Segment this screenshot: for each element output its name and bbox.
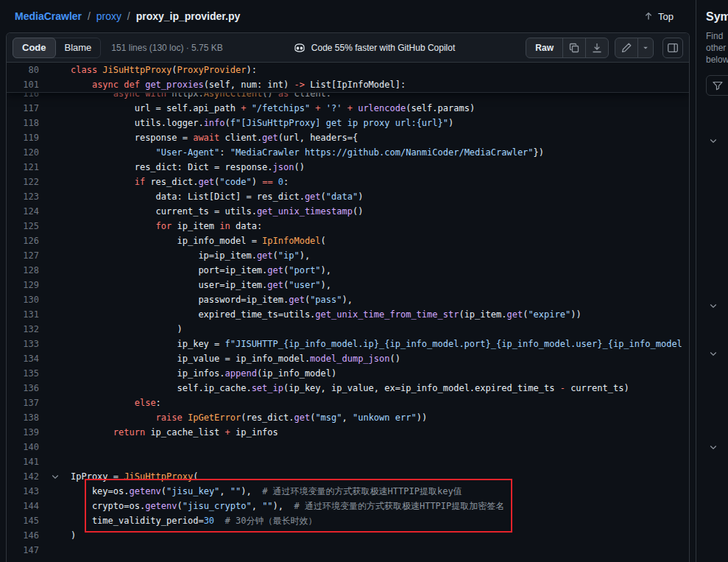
code-text: async def get_proxies(self, num: int) ->… [71, 77, 406, 92]
toolbar-actions: Raw [526, 38, 683, 58]
line-number[interactable]: 147 [7, 543, 39, 558]
filter-icon [712, 80, 724, 91]
symbols-panel-description: Find other below [706, 30, 728, 66]
code-line: 123 data: List[Dict] = res_dict.get("dat… [7, 189, 689, 204]
code-text: key=os.getenv("jisu_key", ""), # 通过环境变量的… [71, 484, 462, 499]
code-text: response = await client.get(url, headers… [71, 130, 358, 145]
symbols-filter-input[interactable] [706, 75, 728, 96]
line-gutter [39, 440, 71, 454]
raw-button-group: Raw [526, 38, 609, 58]
line-number[interactable]: 80 [7, 63, 39, 77]
line-gutter [39, 337, 71, 351]
line-gutter [39, 410, 71, 425]
code-line: 135 ip_infos.append(ip_info_model) [7, 366, 689, 381]
line-number[interactable]: 122 [7, 175, 39, 189]
code-text: current_ts = utils.get_unix_timestamp() [71, 204, 363, 219]
symbols-panel-button[interactable] [662, 38, 683, 58]
edit-dropdown-button[interactable] [637, 38, 654, 58]
chevron-down-icon [51, 472, 60, 481]
line-number[interactable]: 117 [7, 101, 39, 116]
line-number[interactable]: 142 [7, 469, 39, 484]
line-gutter [39, 499, 71, 513]
line-number[interactable]: 133 [7, 337, 39, 351]
line-number[interactable]: 119 [7, 130, 39, 145]
tab-code[interactable]: Code [13, 38, 56, 58]
breadcrumb-folder-link[interactable]: proxy [96, 10, 121, 22]
line-number[interactable]: 128 [7, 263, 39, 278]
breadcrumb-repo-link[interactable]: MediaCrawler [15, 10, 82, 22]
code-text: ip=ip_item.get("ip"), [71, 248, 310, 263]
line-number[interactable]: 124 [7, 204, 39, 219]
back-to-top-button[interactable]: Top [643, 11, 674, 22]
line-gutter [39, 189, 71, 204]
line-gutter [39, 248, 71, 263]
download-button[interactable] [585, 38, 609, 58]
line-number[interactable]: 121 [7, 160, 39, 175]
line-gutter [39, 484, 71, 499]
line-gutter [39, 233, 71, 248]
line-number[interactable]: 130 [7, 292, 39, 307]
code-line: 137 else: [7, 396, 689, 410]
line-number[interactable]: 137 [7, 396, 39, 410]
code-text: res_dict: Dict = response.json() [71, 160, 305, 175]
line-number[interactable]: 135 [7, 366, 39, 381]
code-line: 140 [7, 440, 689, 454]
line-number[interactable]: 145 [7, 513, 39, 528]
code-line: 80class JiSuHttpProxy(ProxyProvider): [7, 63, 689, 77]
line-number[interactable]: 131 [7, 307, 39, 322]
code-line: 120 "User-Agent": "MediaCrawler https://… [7, 145, 689, 160]
line-number[interactable]: 146 [7, 528, 39, 543]
line-number[interactable]: 126 [7, 233, 39, 248]
line-gutter [39, 63, 71, 77]
line-gutter [39, 396, 71, 410]
raw-button[interactable]: Raw [526, 38, 563, 58]
line-gutter [39, 204, 71, 219]
code-text: else: [71, 396, 161, 410]
file-header: MediaCrawler / proxy / proxy_ip_provider… [0, 0, 696, 32]
line-number[interactable]: 143 [7, 484, 39, 499]
line-number[interactable]: 123 [7, 189, 39, 204]
copy-button[interactable] [562, 38, 586, 58]
code-text: user=ip_item.get("user"), [71, 278, 331, 292]
breadcrumb-file-name: proxy_ip_provider.py [136, 10, 241, 22]
line-number[interactable]: 138 [7, 410, 39, 425]
file-info: 151 lines (130 loc) · 5.75 KB [111, 43, 222, 53]
file-box: Code Blame 151 lines (130 loc) · 5.75 KB… [6, 32, 690, 562]
line-gutter [39, 77, 71, 92]
symbols-panel: Sym Find other below [696, 0, 728, 562]
chevron-down-icon[interactable] [709, 301, 718, 310]
code-text: port=ip_item.get("port"), [71, 263, 331, 278]
line-number[interactable]: 127 [7, 248, 39, 263]
code-lines: 116 async with httpx.AsyncClient() as cl… [7, 63, 689, 558]
code-text: utils.logger.info(f"[JiSuHttpProxy] get … [71, 116, 453, 130]
chevron-down-icon[interactable] [709, 136, 718, 145]
line-gutter [39, 219, 71, 233]
line-number[interactable]: 101 [7, 77, 39, 92]
line-number[interactable]: 125 [7, 219, 39, 233]
code-line: 134 ip_value = ip_info_model.model_dump_… [7, 351, 689, 366]
line-number[interactable]: 140 [7, 440, 39, 454]
code-line: 130 password=ip_item.get("pass"), [7, 292, 689, 307]
pencil-icon [621, 42, 632, 54]
code-line: 128 port=ip_item.get("port"), [7, 263, 689, 278]
line-gutter [39, 454, 71, 469]
chevron-down-icon[interactable] [709, 349, 718, 358]
line-gutter[interactable] [39, 469, 71, 484]
line-number[interactable]: 129 [7, 278, 39, 292]
edit-button[interactable] [615, 38, 638, 58]
line-number[interactable]: 144 [7, 499, 39, 513]
tab-blame[interactable]: Blame [55, 38, 102, 58]
line-number[interactable]: 136 [7, 381, 39, 396]
code-line: 119 response = await client.get(url, hea… [7, 130, 689, 145]
line-number[interactable]: 139 [7, 425, 39, 440]
line-number[interactable]: 132 [7, 322, 39, 337]
sticky-scope-lines[interactable]: 80class JiSuHttpProxy(ProxyProvider):101… [7, 63, 689, 93]
line-number[interactable]: 141 [7, 454, 39, 469]
line-number[interactable]: 134 [7, 351, 39, 366]
line-number[interactable]: 118 [7, 116, 39, 130]
copilot-banner[interactable]: Code 55% faster with GitHub Copilot [294, 42, 455, 54]
code-line: 139 return ip_cache_list + ip_infos [7, 425, 689, 440]
line-number[interactable]: 120 [7, 145, 39, 160]
code-line: 129 user=ip_item.get("user"), [7, 278, 689, 292]
chevron-down-icon[interactable] [709, 443, 718, 452]
